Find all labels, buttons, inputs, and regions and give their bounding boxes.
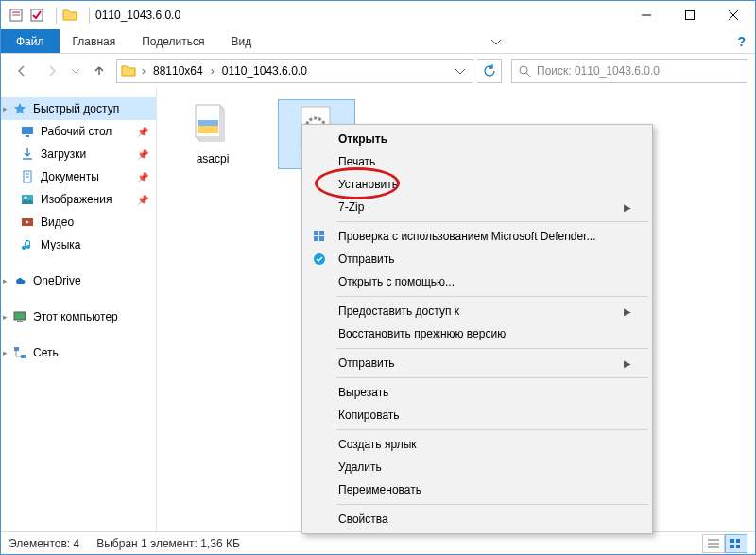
sidebar-item-documents[interactable]: Документы 📌	[1, 165, 156, 188]
sidebar-item-onedrive[interactable]: ▸ OneDrive	[1, 269, 156, 292]
sidebar-item-music[interactable]: Музыка	[1, 234, 156, 256]
up-button[interactable]	[86, 58, 112, 84]
tab-view[interactable]: Вид	[217, 29, 265, 53]
refresh-button[interactable]	[477, 59, 502, 83]
sys-file-icon	[190, 103, 235, 148]
chevron-right-icon[interactable]: ▸	[3, 348, 8, 357]
menu-open-with[interactable]: Открыть с помощью...	[304, 270, 650, 293]
details-view-button[interactable]	[702, 534, 725, 553]
videos-icon	[20, 215, 35, 230]
menu-send-to[interactable]: Отправить▶	[304, 352, 650, 374]
close-button[interactable]	[712, 1, 755, 29]
help-icon[interactable]: ?	[728, 29, 755, 53]
menu-install[interactable]: Установить	[304, 173, 650, 196]
recent-dropdown-icon[interactable]	[69, 58, 82, 84]
documents-icon	[20, 169, 35, 184]
sidebar-label: Документы	[41, 170, 99, 183]
sidebar-label: Этот компьютер	[33, 310, 118, 323]
pictures-icon	[20, 192, 35, 207]
checkmark-qat-icon[interactable]	[29, 8, 44, 23]
cloud-icon	[12, 273, 27, 288]
svg-rect-46	[736, 545, 740, 548]
search-icon	[518, 64, 531, 78]
maximize-button[interactable]	[668, 1, 712, 29]
address-bar[interactable]: › 88110x64 › 0110_1043.6.0.0	[116, 59, 473, 83]
svg-point-8	[520, 66, 527, 74]
chevron-right-icon: ▶	[624, 306, 631, 317]
address-dropdown-icon[interactable]	[452, 66, 469, 76]
svg-rect-21	[14, 312, 26, 320]
menu-print[interactable]: Печать	[304, 150, 650, 173]
breadcrumb-item[interactable]: 88110x64	[149, 64, 207, 78]
menu-defender[interactable]: Проверка с использованием Microsoft Defe…	[304, 225, 650, 248]
tab-home[interactable]: Главная	[60, 29, 129, 53]
svg-rect-35	[314, 231, 318, 235]
menu-7zip[interactable]: 7-Zip▶	[304, 196, 650, 218]
desktop-icon	[20, 124, 35, 139]
menu-restore[interactable]: Восстановить прежнюю версию	[304, 322, 650, 345]
minimize-button[interactable]	[625, 1, 668, 29]
menu-rename[interactable]: Переименовать	[304, 478, 650, 501]
chevron-right-icon[interactable]: ▸	[3, 276, 8, 286]
status-bar: Элементов: 4 Выбран 1 элемент: 1,36 КБ	[1, 531, 755, 554]
sidebar-item-this-pc[interactable]: ▸ Этот компьютер	[1, 305, 156, 328]
menu-copy[interactable]: Копировать	[304, 404, 650, 426]
menu-open[interactable]: Открыть	[304, 128, 650, 150]
navigation-pane: ▸ Быстрый доступ Рабочий стол 📌 Загрузки…	[1, 88, 157, 533]
svg-rect-31	[198, 120, 218, 126]
menu-shortcut[interactable]: Создать ярлык	[304, 433, 650, 456]
svg-rect-43	[730, 539, 734, 543]
menu-delete[interactable]: Удалить	[304, 456, 650, 478]
folder-icon	[62, 8, 77, 23]
computer-icon	[12, 309, 27, 324]
sidebar-item-downloads[interactable]: Загрузки 📌	[1, 143, 156, 165]
chevron-right-icon[interactable]: ▸	[3, 312, 8, 321]
sidebar-item-videos[interactable]: Видео	[1, 211, 156, 234]
menu-grant-access[interactable]: Предоставить доступ к▶	[304, 300, 650, 322]
search-box[interactable]: Поиск: 0110_1043.6.0.0	[511, 59, 747, 83]
status-count: Элементов: 4	[9, 537, 79, 550]
menu-properties[interactable]: Свойства	[304, 508, 650, 530]
sidebar-label: Быстрый доступ	[33, 102, 119, 115]
svg-rect-30	[198, 126, 218, 133]
chevron-right-icon: ▶	[624, 202, 631, 213]
sidebar-item-pictures[interactable]: Изображения 📌	[1, 188, 156, 211]
svg-rect-11	[22, 127, 33, 134]
svg-marker-10	[14, 103, 26, 114]
menu-send[interactable]: Отправить	[304, 248, 650, 270]
breadcrumb-item[interactable]: 0110_1043.6.0.0	[218, 64, 311, 78]
window-title: 0110_1043.6.0.0	[95, 9, 180, 22]
svg-rect-12	[26, 135, 29, 137]
chevron-right-icon[interactable]: ▸	[3, 104, 8, 113]
folder-icon	[121, 63, 136, 78]
sidebar-item-network[interactable]: ▸ Сеть	[1, 341, 156, 364]
chevron-right-icon[interactable]: ›	[209, 64, 216, 78]
downloads-icon	[20, 147, 35, 162]
quick-access[interactable]: ▸ Быстрый доступ	[1, 97, 156, 120]
sidebar-item-desktop[interactable]: Рабочий стол 📌	[1, 120, 156, 143]
sidebar-label: Рабочий стол	[41, 125, 112, 138]
tab-share[interactable]: Поделиться	[129, 29, 217, 53]
network-icon	[12, 345, 27, 360]
search-placeholder: Поиск: 0110_1043.6.0.0	[537, 64, 660, 78]
chevron-right-icon[interactable]: ›	[140, 64, 147, 78]
svg-rect-45	[730, 545, 734, 548]
svg-rect-44	[736, 539, 740, 543]
forward-button[interactable]	[39, 58, 65, 84]
svg-rect-36	[319, 231, 324, 235]
pin-icon: 📌	[137, 127, 148, 137]
svg-rect-38	[319, 236, 324, 241]
svg-line-9	[526, 73, 530, 77]
icons-view-button[interactable]	[725, 534, 747, 553]
file-item[interactable]: asacpi	[174, 99, 251, 169]
svg-rect-23	[14, 347, 19, 351]
properties-qat-icon[interactable]	[9, 8, 24, 23]
file-tab[interactable]: Файл	[1, 29, 60, 53]
sidebar-label: Изображения	[41, 193, 112, 206]
pin-icon: 📌	[137, 172, 148, 182]
back-button[interactable]	[9, 58, 35, 84]
ribbon-expand-icon[interactable]	[482, 29, 510, 53]
pin-icon: 📌	[137, 149, 148, 160]
menu-cut[interactable]: Вырезать	[304, 381, 650, 404]
sidebar-label: Видео	[41, 216, 74, 229]
